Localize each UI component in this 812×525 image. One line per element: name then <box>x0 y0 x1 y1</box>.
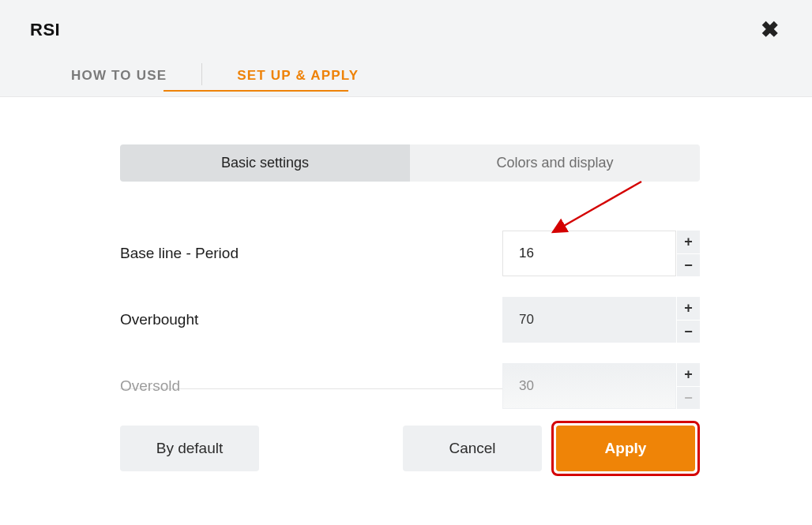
input-overbought[interactable] <box>502 297 676 343</box>
cancel-button[interactable]: Cancel <box>403 426 542 471</box>
input-oversold[interactable] <box>502 363 676 409</box>
subtab-colors-display[interactable]: Colors and display <box>410 144 700 182</box>
label-period: Base line - Period <box>120 245 239 262</box>
subtab-basic-settings[interactable]: Basic settings <box>120 144 410 182</box>
buttons-row: By default Cancel Apply <box>120 421 700 476</box>
tabs-row: HOW TO USE SET UP & APPLY <box>36 58 782 96</box>
oversold-increment[interactable]: + <box>676 363 700 386</box>
oversold-decrement: − <box>676 386 700 409</box>
highlight-frame: Apply <box>551 421 700 476</box>
stepper-period: + − <box>502 231 700 276</box>
dialog-header: RSI ✖ HOW TO USE SET UP & APPLY <box>0 0 812 97</box>
apply-button[interactable]: Apply <box>556 426 695 471</box>
period-decrement[interactable]: − <box>676 253 700 276</box>
by-default-button[interactable]: By default <box>120 426 259 471</box>
stepper-oversold: + − <box>502 363 700 409</box>
tab-underline <box>164 90 348 92</box>
stepper-overbought: + − <box>502 297 700 343</box>
overbought-decrement[interactable]: − <box>676 320 700 343</box>
row-oversold: Oversold + − <box>120 363 700 409</box>
overbought-increment[interactable]: + <box>676 297 700 320</box>
close-icon[interactable]: ✖ <box>757 16 782 44</box>
input-period[interactable] <box>502 231 676 276</box>
content-area: Basic settings Colors and display Base l… <box>0 97 812 508</box>
period-increment[interactable]: + <box>676 231 700 253</box>
row-period: Base line - Period + − <box>120 231 700 276</box>
subtabs: Basic settings Colors and display <box>120 144 700 182</box>
label-oversold: Oversold <box>120 377 180 395</box>
label-overbought: Overbought <box>120 311 198 328</box>
title-row: RSI ✖ <box>30 16 782 44</box>
dialog-title: RSI <box>30 20 60 40</box>
row-overbought: Overbought + − <box>120 297 700 343</box>
